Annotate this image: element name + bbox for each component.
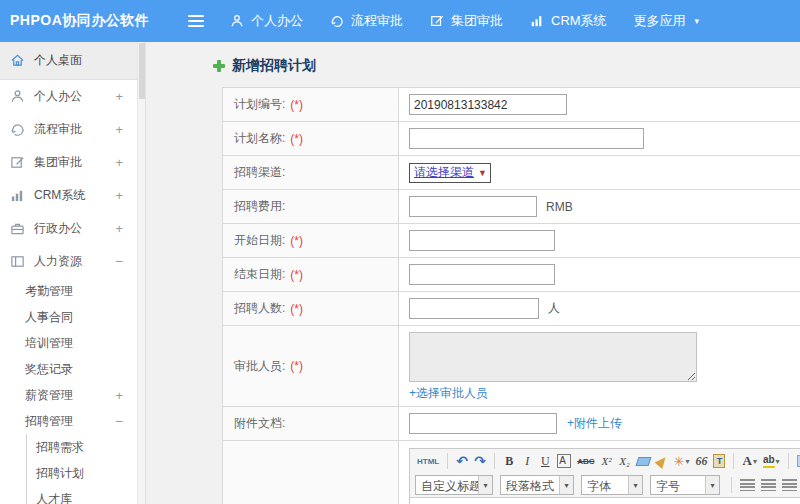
cost-input[interactable]: [409, 196, 537, 217]
start-date-label: 开始日期:: [234, 232, 285, 249]
channel-label: 招聘渠道:: [234, 164, 285, 181]
expand-plus-icon[interactable]: +: [115, 122, 127, 137]
workflow-icon: [10, 122, 25, 137]
sidebar-item-hr-contract[interactable]: 人事合同: [0, 304, 137, 330]
format-painter-button[interactable]: ✳ ▾: [672, 452, 692, 470]
sidebar-item-personal-desktop[interactable]: 个人桌面: [0, 42, 137, 80]
collapse-minus-icon[interactable]: −: [115, 254, 127, 269]
topnav-personal-office[interactable]: 个人办公: [230, 12, 303, 30]
paragraph-format-dropdown[interactable]: 段落格式 ▾: [500, 475, 574, 495]
channel-select[interactable]: 请选择渠道 ▼: [409, 163, 491, 183]
sidebar-item-salary-mgmt[interactable]: 薪资管理 +: [0, 382, 137, 408]
collapse-minus-icon[interactable]: −: [115, 414, 127, 429]
attachment-upload-link[interactable]: +附件上传: [567, 415, 622, 432]
subscript-button[interactable]: X₂: [617, 452, 633, 470]
editor-toolbar-row-2: 自定义标题 ▾ 段落格式 ▾ 字体 ▾ 字号 ▾: [410, 472, 800, 497]
plan-name-label: 计划名称:: [234, 130, 285, 147]
sidebar-item-reward-punishment[interactable]: 奖惩记录: [0, 356, 137, 382]
chevron-down-icon: ▾: [628, 476, 642, 494]
required-mark: (*): [290, 234, 303, 248]
person-icon: [10, 89, 25, 104]
font-color-button[interactable]: A ▾: [740, 452, 758, 470]
attachment-input[interactable]: [409, 413, 557, 434]
italic-button[interactable]: I: [519, 452, 535, 470]
insert-image-icon[interactable]: [795, 452, 800, 470]
plan-no-input[interactable]: [409, 94, 567, 115]
sidebar-item-label: 奖惩记录: [25, 361, 127, 378]
superscript-button[interactable]: X²: [599, 452, 615, 470]
toolbar-separator: [731, 477, 732, 493]
redo-icon[interactable]: ↷: [472, 452, 488, 470]
attachment-label: 附件文档:: [234, 415, 285, 432]
font-size-dropdown[interactable]: 字号 ▾: [650, 475, 720, 495]
headcount-input[interactable]: [409, 298, 539, 319]
paste-as-text-button[interactable]: T: [711, 452, 727, 470]
workflow-icon: [330, 14, 344, 28]
sidebar-item-label: 行政办公: [34, 220, 115, 237]
html-source-button[interactable]: HTML: [415, 452, 441, 470]
expand-plus-icon[interactable]: +: [115, 188, 127, 203]
expand-plus-icon[interactable]: +: [115, 89, 127, 104]
sidebar-item-label: 人力资源: [34, 253, 115, 270]
topnav-group-approval[interactable]: 集团审批: [430, 12, 503, 30]
clean-format-broom-icon[interactable]: [654, 452, 670, 470]
required-mark: (*): [290, 302, 303, 316]
sidebar-item-human-resources[interactable]: 人力资源 −: [0, 245, 137, 278]
sidebar-item-workflow-approval[interactable]: 流程审批 +: [0, 113, 137, 146]
sidebar-item-group-approval[interactable]: 集团审批 +: [0, 146, 137, 179]
sidebar-scrollbar-thumb[interactable]: [139, 43, 145, 99]
sidebar-item-recruit-demand[interactable]: 招聘需求: [27, 434, 137, 460]
sidebar-item-label: 招聘需求: [36, 439, 127, 456]
briefcase-icon: [10, 221, 25, 236]
plan-name-input[interactable]: [409, 128, 644, 149]
expand-plus-icon[interactable]: +: [115, 221, 127, 236]
eraser-icon[interactable]: [635, 452, 652, 470]
sidebar-scrollbar[interactable]: [137, 42, 145, 504]
plan-no-label: 计划编号:: [234, 96, 285, 113]
expand-plus-icon[interactable]: +: [115, 155, 127, 170]
align-center-icon[interactable]: [759, 476, 778, 494]
bold-button[interactable]: B: [501, 452, 517, 470]
home-icon: [10, 53, 25, 68]
topnav-more-apps[interactable]: 更多应用 ▾: [634, 12, 700, 30]
form-row-attachment: 附件文档: +附件上传: [223, 407, 800, 441]
form-row-headcount: 招聘人数: (*) 人: [223, 292, 800, 326]
sidebar-item-talent-pool[interactable]: 人才库: [27, 486, 137, 504]
sidebar-item-recruit-mgmt[interactable]: 招聘管理 −: [0, 408, 137, 434]
font-family-dropdown[interactable]: 字体 ▾: [581, 475, 643, 495]
topnav-workflow-approval[interactable]: 流程审批: [330, 12, 403, 30]
sidebar-item-training-mgmt[interactable]: 培训管理: [0, 330, 137, 356]
end-date-input[interactable]: [409, 264, 555, 285]
sidebar-item-crm-system[interactable]: CRM系统 +: [0, 179, 137, 212]
sidebar-item-label: 个人桌面: [34, 52, 127, 69]
highlight-color-button[interactable]: ab ▾: [761, 452, 782, 470]
sidebar-item-attendance-mgmt[interactable]: 考勤管理: [0, 278, 137, 304]
end-date-label: 结束日期:: [234, 266, 285, 283]
strikethrough-button[interactable]: ABC: [575, 452, 596, 470]
headcount-unit: 人: [548, 300, 560, 317]
recruit-submenu: 招聘需求 招聘计划 人才库: [26, 434, 137, 504]
hamburger-menu-icon[interactable]: [188, 15, 204, 27]
select-approvers-link[interactable]: +选择审批人员: [409, 385, 488, 402]
sidebar-item-label: 考勤管理: [25, 283, 127, 300]
align-right-icon[interactable]: [780, 476, 799, 494]
form-row-plan-no: 计划编号: (*): [223, 88, 800, 122]
align-left-icon[interactable]: [738, 476, 757, 494]
start-date-input[interactable]: [409, 230, 555, 251]
edit-icon: [430, 14, 444, 28]
approvers-textarea[interactable]: [409, 332, 697, 382]
sidebar-item-label: 人才库: [36, 491, 127, 504]
rich-text-editor: HTML ↶ ↷ B I U A ABC X² X₂: [409, 448, 800, 504]
blockquote-button[interactable]: 66: [693, 452, 709, 470]
expand-plus-icon[interactable]: +: [115, 388, 127, 403]
undo-icon[interactable]: ↶: [454, 452, 470, 470]
sidebar-item-personal-office[interactable]: 个人办公 +: [0, 80, 137, 113]
sidebar-item-recruit-plan[interactable]: 招聘计划: [27, 460, 137, 486]
top-navigation: 个人办公 流程审批 集团审批 CRM系统 更多应用 ▾: [230, 12, 699, 30]
custom-title-dropdown[interactable]: 自定义标题 ▾: [415, 475, 493, 495]
sidebar-item-admin-office[interactable]: 行政办公 +: [0, 212, 137, 245]
topnav-crm-system[interactable]: CRM系统: [530, 12, 607, 30]
underline-button[interactable]: U: [537, 452, 553, 470]
font-style-box-icon[interactable]: A: [557, 454, 571, 468]
editor-content-area[interactable]: [410, 497, 800, 504]
